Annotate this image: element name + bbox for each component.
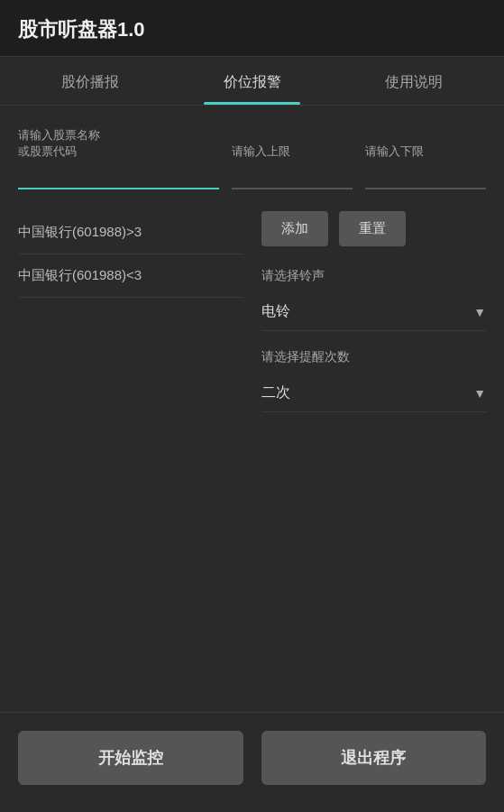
right-controls-col: 添加 重置 请选择铃声 电铃 ▼ 请选择提醒次数 二次 ▼	[261, 211, 487, 430]
ringtone-value: 电铃	[261, 302, 290, 321]
tab-alert[interactable]: 价位报警	[171, 57, 334, 105]
stock-input[interactable]	[18, 165, 219, 189]
reminder-label: 请选择提醒次数	[261, 349, 487, 365]
ringtone-label: 请选择铃声	[261, 268, 487, 284]
reminder-section: 请选择提醒次数 二次 ▼	[261, 349, 487, 412]
reminder-arrow-icon: ▼	[473, 386, 486, 401]
tab-bar: 股价播报 价位报警 使用说明	[0, 57, 504, 106]
upper-input[interactable]	[232, 165, 353, 189]
bottom-bar: 开始监控 退出程序	[0, 712, 504, 812]
ringtone-dropdown[interactable]: 电铃 ▼	[261, 293, 487, 331]
exit-button[interactable]: 退出程序	[261, 731, 487, 785]
ringtone-arrow-icon: ▼	[473, 305, 486, 319]
alert-text-1: 中国银行(601988)>3	[18, 224, 243, 241]
app-title: 股市听盘器1.0	[18, 16, 486, 43]
lower-input[interactable]	[365, 165, 486, 189]
stock-label: 请输入股票名称或股票代码	[18, 127, 219, 160]
tab-guide[interactable]: 使用说明	[333, 57, 495, 105]
two-col-layout: 中国银行(601988)>3 中国银行(601988)<3 添加 重置 请选择铃…	[18, 211, 486, 430]
reminder-value: 二次	[261, 383, 290, 402]
alert-text-2: 中国银行(601988)<3	[18, 267, 243, 284]
stock-input-group: 请输入股票名称或股票代码	[18, 127, 219, 189]
ringtone-section: 请选择铃声 电铃 ▼	[261, 268, 487, 331]
reminder-dropdown[interactable]: 二次 ▼	[261, 374, 487, 412]
alert-row-1: 中国银行(601988)>3	[18, 211, 243, 254]
alert-row-2: 中国银行(601988)<3	[18, 254, 243, 298]
app-header: 股市听盘器1.0	[0, 0, 504, 57]
lower-input-group: 请输入下限	[365, 143, 486, 189]
start-monitor-button[interactable]: 开始监控	[18, 731, 243, 785]
tab-broadcast[interactable]: 股价播报	[9, 57, 171, 105]
upper-input-group: 请输入上限	[232, 143, 353, 189]
main-content: 请输入股票名称或股票代码 请输入上限 请输入下限 中国银行(601988)>3 …	[0, 106, 504, 452]
alert-list-col: 中国银行(601988)>3 中国银行(601988)<3	[18, 211, 243, 430]
alert-list: 中国银行(601988)>3 中国银行(601988)<3	[18, 211, 243, 298]
action-buttons: 添加 重置	[261, 211, 487, 246]
lower-label: 请输入下限	[365, 143, 486, 160]
upper-label: 请输入上限	[232, 143, 353, 160]
add-button[interactable]: 添加	[261, 211, 328, 246]
reset-button[interactable]: 重置	[339, 211, 406, 246]
input-row: 请输入股票名称或股票代码 请输入上限 请输入下限	[18, 127, 486, 189]
